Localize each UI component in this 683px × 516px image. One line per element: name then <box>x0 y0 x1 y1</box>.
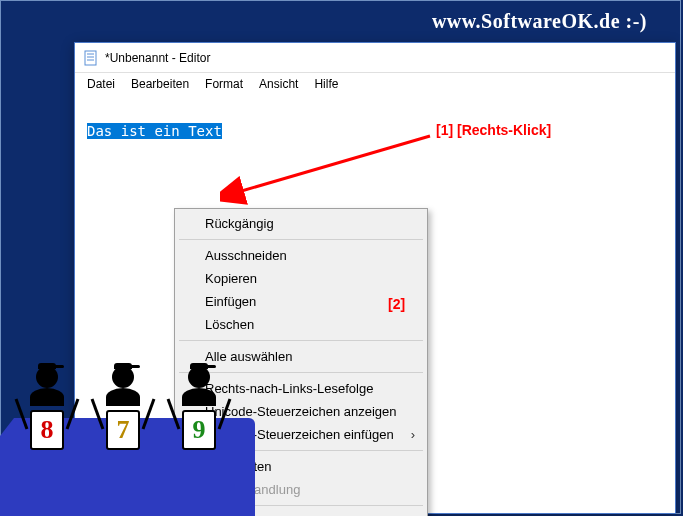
menu-file[interactable]: Datei <box>79 75 123 93</box>
ctx-separator <box>179 239 423 240</box>
ctx-cut[interactable]: Ausschneiden <box>177 244 425 267</box>
annotation-2: [2] <box>388 296 405 312</box>
menu-edit[interactable]: Bearbeiten <box>123 75 197 93</box>
ctx-delete[interactable]: Löschen <box>177 313 425 336</box>
watermark-text: www.SoftwareOK.de :-) <box>432 10 647 33</box>
menu-format[interactable]: Format <box>197 75 251 93</box>
svg-line-5 <box>238 136 430 192</box>
score-card-3: 9 <box>182 410 216 450</box>
ctx-undo[interactable]: Rückgängig <box>177 212 425 235</box>
judge-3: 9 <box>164 366 234 456</box>
score-card-1: 8 <box>30 410 64 450</box>
menu-help[interactable]: Hilfe <box>306 75 346 93</box>
ctx-separator <box>179 340 423 341</box>
svg-rect-0 <box>85 51 96 65</box>
selected-text[interactable]: Das ist ein Text <box>87 123 222 139</box>
score-card-2: 7 <box>106 410 140 450</box>
judge-2: 7 <box>88 366 158 456</box>
window-title: *Unbenannt - Editor <box>105 51 210 65</box>
arrow-icon <box>220 130 440 210</box>
judge-1: 8 <box>12 366 82 456</box>
ctx-copy[interactable]: Kopieren <box>177 267 425 290</box>
judges-illustration: 8 7 9 <box>0 366 260 516</box>
menu-view[interactable]: Ansicht <box>251 75 306 93</box>
notepad-icon <box>83 50 99 66</box>
menu-bar: Datei Bearbeiten Format Ansicht Hilfe <box>75 73 675 95</box>
annotation-1: [1] [Rechts-Klick] <box>436 122 551 138</box>
title-bar[interactable]: *Unbenannt - Editor <box>75 43 675 73</box>
